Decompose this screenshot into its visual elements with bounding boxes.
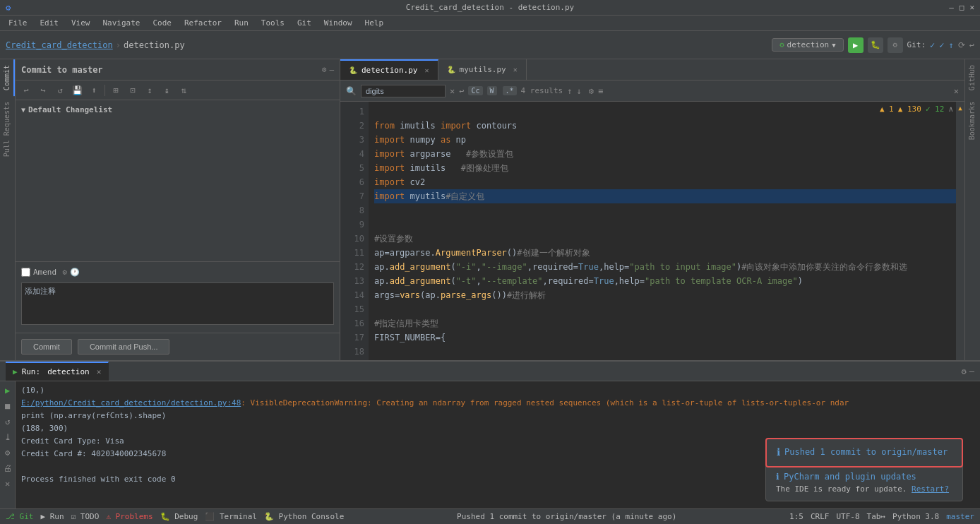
run-again-btn[interactable]: ▶	[1, 384, 14, 397]
run-tab[interactable]: ▶ Run: detection ✕	[6, 362, 109, 381]
breadcrumb-project[interactable]: Credit_card_detection	[6, 40, 113, 50]
status-bar: ⎇ Git ▶ Run ☑ TODO ⚠ Problems 🐛 Debug ⬛ …	[0, 508, 980, 524]
debug-button[interactable]: 🐛	[868, 37, 883, 53]
commit-tab[interactable]: Commit	[0, 59, 15, 96]
git-arrow-icon[interactable]: ↑	[949, 40, 954, 50]
git-push-icon[interactable]: ✓	[939, 40, 944, 50]
commit-button[interactable]: Commit	[21, 339, 72, 355]
diff-btn[interactable]: ⊡	[125, 83, 141, 98]
run-tab-close[interactable]: ✕	[97, 367, 102, 376]
search-input[interactable]	[361, 85, 446, 97]
bottom-minimize-icon[interactable]: —	[969, 367, 974, 376]
breadcrumb-file[interactable]: detection.py	[124, 40, 185, 50]
git-revert-icon[interactable]: ↩	[969, 40, 974, 50]
git-history-icon[interactable]: ⟳	[958, 40, 965, 50]
menu-code[interactable]: Code	[147, 17, 177, 29]
search-whole-word[interactable]: W	[487, 86, 497, 95]
tab-close-detection[interactable]: ✕	[424, 66, 429, 74]
stop-btn[interactable]: ■	[1, 400, 14, 412]
commit-and-push-button[interactable]: Commit and Push...	[78, 339, 170, 355]
position-indicator[interactable]: 1:5	[789, 512, 803, 521]
indent-indicator[interactable]: Tab↦	[867, 512, 886, 521]
git-branch-indicator[interactable]: master	[946, 512, 974, 521]
amend-checkbox[interactable]	[21, 268, 30, 277]
commit-settings-icon[interactable]: ⚙	[322, 65, 327, 74]
maximize-btn[interactable]: □	[960, 3, 964, 12]
utf-indicator[interactable]: UTF-8	[836, 512, 859, 521]
menu-help[interactable]: Help	[359, 17, 390, 29]
bookmarks-tab[interactable]: Bookmarks	[965, 96, 980, 145]
settings-run-btn[interactable]: ⚙	[1, 446, 14, 459]
undo-btn[interactable]: ↩	[18, 83, 34, 98]
run-button[interactable]: ▶	[848, 37, 864, 53]
terminal-status[interactable]: ⬛ Terminal	[205, 512, 257, 521]
tab-myutils-py[interactable]: 🐍 myutils.py ✕	[438, 59, 527, 80]
bottom-settings-icon[interactable]: ⚙	[962, 367, 967, 376]
search-replace-icon[interactable]: ↩	[459, 86, 464, 96]
menu-edit[interactable]: Edit	[35, 17, 65, 29]
commit-close-icon[interactable]: —	[329, 65, 334, 74]
status-pushed: Pushed 1 commit to origin/master (a minu…	[457, 512, 676, 521]
menu-view[interactable]: View	[66, 17, 96, 29]
upload-btn[interactable]: ⬆	[86, 83, 102, 98]
code-editor: 12345 678910 1112131415 16171819 from im…	[340, 102, 964, 360]
amend-checkbox-row: Amend ⚙ 🕐	[21, 268, 334, 277]
run-config-tab-name: detection	[47, 367, 90, 376]
restart-link[interactable]: Restart?	[912, 484, 949, 494]
output-line-3: print (np.array(refCnts).shape)	[21, 410, 974, 422]
view-toggle-btn[interactable]: ⊞	[108, 83, 124, 98]
close-run-btn[interactable]: ✕	[1, 477, 14, 490]
menu-window[interactable]: Window	[318, 17, 358, 29]
expand-gutter-btn[interactable]: ∧	[948, 105, 953, 114]
changelist-arrow[interactable]: ▼	[21, 106, 25, 114]
menu-run[interactable]: Run	[229, 17, 254, 29]
changelist-header: ▼ Default Changelist	[16, 100, 340, 119]
github-tab[interactable]: GitHub	[965, 59, 980, 96]
build-button[interactable]: ⚙	[888, 37, 903, 53]
search-regex[interactable]: .*	[503, 86, 517, 95]
search-close-icon[interactable]: ✕	[450, 86, 455, 96]
run-config-selector[interactable]: ⚙ detection ▼	[772, 38, 844, 52]
rerun-btn[interactable]: ↺	[1, 415, 14, 428]
search-prev-icon[interactable]: ↑	[567, 86, 572, 96]
search-filter-icon[interactable]: ≡	[598, 86, 603, 96]
menu-tools[interactable]: Tools	[256, 17, 290, 29]
amend-clock-icon[interactable]: 🕐	[70, 268, 80, 277]
close-btn[interactable]: ✕	[969, 3, 974, 12]
commit-message-input[interactable]: 添加注释	[21, 282, 334, 325]
search-next-icon[interactable]: ↓	[576, 86, 581, 96]
git-check-icon[interactable]: ✓	[930, 40, 935, 50]
menu-file[interactable]: File	[3, 17, 33, 29]
output-line-4: (188, 300)	[21, 422, 974, 435]
save-btn[interactable]: 💾	[69, 83, 85, 98]
minimize-btn[interactable]: —	[949, 3, 954, 12]
tab-close-myutils[interactable]: ✕	[513, 66, 518, 73]
amend-settings-icon[interactable]: ⚙	[62, 268, 67, 277]
todo-status[interactable]: ☑ TODO	[71, 512, 100, 521]
scroll-end-btn[interactable]: ⤓	[1, 431, 14, 443]
sort-btn[interactable]: ⇅	[176, 83, 191, 98]
git-status-icon[interactable]: ⎇ Git	[6, 512, 34, 521]
search-match-case[interactable]: Cc	[468, 86, 482, 95]
redo-btn[interactable]: ↪	[35, 83, 51, 98]
problems-status[interactable]: ⚠ Problems	[106, 512, 153, 521]
commit-buttons: Commit Commit and Push...	[16, 333, 340, 360]
expand-btn[interactable]: ↕	[142, 83, 157, 98]
search-options-icon[interactable]: ⚙	[589, 86, 594, 96]
menu-navigate[interactable]: Navigate	[97, 17, 146, 29]
menu-refactor[interactable]: Refactor	[179, 17, 227, 29]
pull-requests-tab[interactable]: Pull Requests	[0, 96, 15, 162]
tab-detection-py[interactable]: 🐍 detection.py ✕	[340, 59, 438, 80]
python-version[interactable]: Python 3.8	[892, 512, 939, 521]
menu-git[interactable]: Git	[292, 17, 317, 29]
refresh-btn[interactable]: ↺	[52, 83, 68, 98]
crlf-indicator[interactable]: CRLF	[811, 512, 830, 521]
search-close-bar[interactable]: ✕	[954, 86, 959, 96]
editor-area: 🐍 detection.py ✕ 🐍 myutils.py ✕ 🔍 ✕ ↩ Cc…	[340, 59, 964, 360]
collapse-btn[interactable]: ↨	[159, 83, 174, 98]
code-content[interactable]: from imutils import contours import nump…	[369, 102, 964, 360]
run-status[interactable]: ▶ Run	[41, 512, 64, 521]
python-console-status[interactable]: 🐍 Python Console	[264, 512, 344, 521]
print-btn[interactable]: 🖨	[1, 462, 14, 475]
debug-status[interactable]: 🐛 Debug	[160, 512, 198, 521]
